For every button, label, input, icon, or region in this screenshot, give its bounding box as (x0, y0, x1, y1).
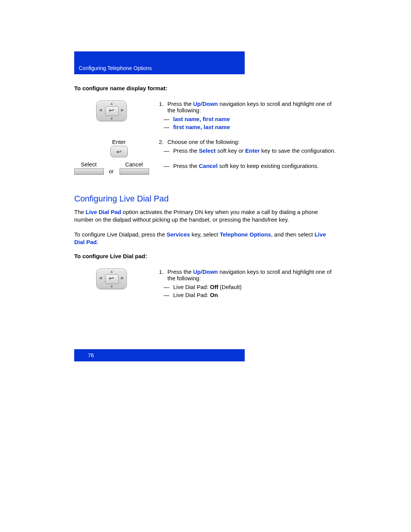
enter-label: Enter (89, 139, 148, 145)
option-body: Live Dial Pad: On (173, 292, 218, 298)
key-illustration: Enter ↩ (74, 139, 148, 157)
step-number: 2. (156, 139, 164, 145)
on-label: On (210, 292, 218, 298)
step-row: Enter ↩ 2. Choose one of the following: … (74, 139, 337, 157)
down-key-label: Down (202, 101, 218, 107)
document-page: Configuring Telephone Options To configu… (0, 0, 411, 407)
up-key-label: Up (193, 268, 201, 275)
live-dial-pad-term: Live Dial Pad (86, 209, 121, 215)
cancel-softkey: Cancel (119, 161, 148, 175)
body-paragraph: To configure Live Dialpad, press the Ser… (74, 231, 337, 246)
down-key-label: Down (202, 268, 218, 275)
telephone-options-label: Telephone Options (220, 231, 271, 238)
step-number: 1. (156, 101, 164, 113)
step-body: Press the Up/Down navigation keys to scr… (167, 268, 337, 281)
header-title: Configuring Telephone Options (79, 65, 152, 71)
option-item: — Live Dial Pad: On (164, 292, 337, 298)
step-number: 1. (156, 268, 164, 281)
select-key-label: Select (199, 147, 216, 154)
up-key-label: Up (193, 101, 201, 107)
step-row: ▲▼ ◀▶ 1. Press the Up/Down navigation ke… (74, 101, 337, 132)
page-header: Configuring Telephone Options (74, 51, 245, 74)
option-body: Live Dial Pad: Off (Default) (173, 284, 242, 290)
enter-key-label: Enter (245, 147, 260, 154)
section-heading: Configuring Live Dial Pad (74, 194, 337, 204)
enter-key-icon: ↩ (110, 146, 128, 157)
softkey-button-icon (119, 168, 149, 175)
softkey-button-icon (74, 168, 104, 175)
option-body: Press the Cancel soft key to keep existi… (173, 163, 319, 169)
procedure-title-1: To configure name display format: (74, 85, 337, 91)
key-illustration: ▲▼ ◀▶ (74, 101, 148, 121)
cancel-key-label: Cancel (199, 163, 218, 169)
step-text: — Press the Cancel soft key to keep exis… (156, 161, 337, 171)
page-footer: 76 (74, 349, 245, 361)
page-number: 76 (88, 352, 94, 358)
option-item: — Live Dial Pad: Off (Default) (164, 284, 337, 290)
navigation-pad-icon: ▲▼ ◀▶ (96, 101, 127, 121)
body-paragraph: The Live Dial Pad option activates the P… (74, 208, 337, 224)
option-item: — Press the Cancel soft key to keep exis… (164, 163, 337, 169)
option-first-last: first name, last name (173, 124, 230, 130)
procedure-title-2: To configure Live Dial pad: (74, 253, 337, 259)
step-body: Choose one of the following: (167, 139, 239, 145)
step-row: ▲▼ ◀▶ 1. Press the Up/Down navigation ke… (74, 268, 337, 300)
or-label: or (107, 161, 116, 174)
option-item: — last name, first name (164, 116, 337, 122)
step-text: 1. Press the Up/Down navigation keys to … (156, 101, 337, 132)
key-illustration: ▲▼ ◀▶ (74, 268, 148, 289)
option-body: Press the Select soft key or Enter key t… (173, 147, 336, 154)
off-label: Off (210, 284, 218, 290)
services-key-label: Services (167, 231, 190, 238)
option-item: — first name, last name (164, 124, 337, 130)
option-item: — Press the Select soft key or Enter key… (164, 147, 337, 154)
option-last-first: last name, first name (173, 116, 230, 122)
step-text: 2. Choose one of the following: — Press … (156, 139, 337, 155)
key-illustration: Select or Cancel (74, 161, 148, 175)
select-softkey: Select (74, 161, 103, 175)
navigation-pad-icon: ▲▼ ◀▶ (96, 268, 127, 289)
step-row: Select or Cancel — Press the Cancel soft… (74, 161, 337, 175)
step-text: 1. Press the Up/Down navigation keys to … (156, 268, 337, 300)
step-body: Press the Up/Down navigation keys to scr… (167, 101, 337, 113)
